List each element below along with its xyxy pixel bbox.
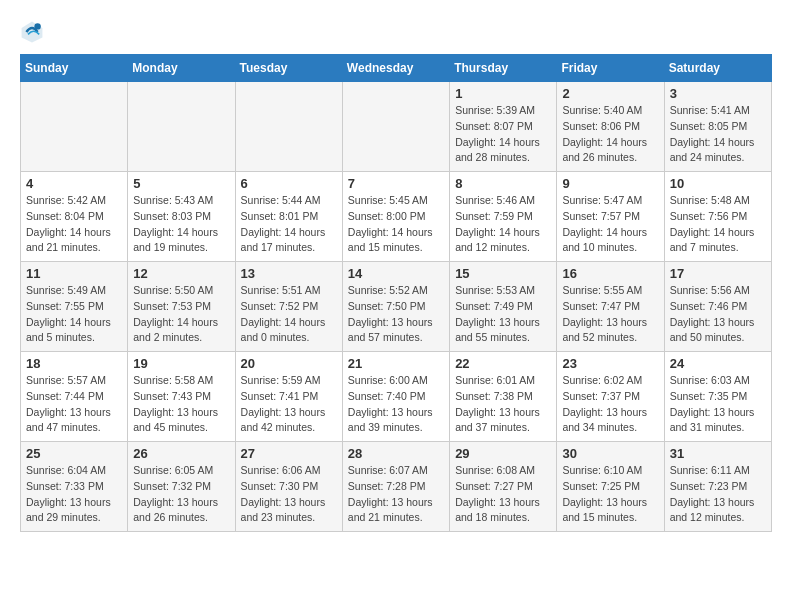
day-number: 22 (455, 356, 551, 371)
calendar-day-cell: 14Sunrise: 5:52 AMSunset: 7:50 PMDayligh… (342, 262, 449, 352)
empty-day-cell (342, 82, 449, 172)
empty-day-cell (235, 82, 342, 172)
weekday-header-friday: Friday (557, 55, 664, 82)
day-info: Sunrise: 6:06 AMSunset: 7:30 PMDaylight:… (241, 463, 337, 526)
weekday-header-tuesday: Tuesday (235, 55, 342, 82)
calendar-day-cell: 3Sunrise: 5:41 AMSunset: 8:05 PMDaylight… (664, 82, 771, 172)
calendar-day-cell: 2Sunrise: 5:40 AMSunset: 8:06 PMDaylight… (557, 82, 664, 172)
weekday-header-monday: Monday (128, 55, 235, 82)
day-info: Sunrise: 5:45 AMSunset: 8:00 PMDaylight:… (348, 193, 444, 256)
empty-day-cell (21, 82, 128, 172)
calendar-day-cell: 10Sunrise: 5:48 AMSunset: 7:56 PMDayligh… (664, 172, 771, 262)
calendar-day-cell: 24Sunrise: 6:03 AMSunset: 7:35 PMDayligh… (664, 352, 771, 442)
day-info: Sunrise: 5:52 AMSunset: 7:50 PMDaylight:… (348, 283, 444, 346)
day-number: 19 (133, 356, 229, 371)
day-info: Sunrise: 6:10 AMSunset: 7:25 PMDaylight:… (562, 463, 658, 526)
day-info: Sunrise: 5:46 AMSunset: 7:59 PMDaylight:… (455, 193, 551, 256)
calendar-week-row: 25Sunrise: 6:04 AMSunset: 7:33 PMDayligh… (21, 442, 772, 532)
day-info: Sunrise: 6:03 AMSunset: 7:35 PMDaylight:… (670, 373, 766, 436)
day-info: Sunrise: 6:11 AMSunset: 7:23 PMDaylight:… (670, 463, 766, 526)
calendar-day-cell: 18Sunrise: 5:57 AMSunset: 7:44 PMDayligh… (21, 352, 128, 442)
day-info: Sunrise: 6:07 AMSunset: 7:28 PMDaylight:… (348, 463, 444, 526)
day-info: Sunrise: 5:49 AMSunset: 7:55 PMDaylight:… (26, 283, 122, 346)
calendar-day-cell: 20Sunrise: 5:59 AMSunset: 7:41 PMDayligh… (235, 352, 342, 442)
day-info: Sunrise: 5:39 AMSunset: 8:07 PMDaylight:… (455, 103, 551, 166)
calendar-day-cell: 13Sunrise: 5:51 AMSunset: 7:52 PMDayligh… (235, 262, 342, 352)
calendar-week-row: 1Sunrise: 5:39 AMSunset: 8:07 PMDaylight… (21, 82, 772, 172)
day-number: 18 (26, 356, 122, 371)
calendar-day-cell: 19Sunrise: 5:58 AMSunset: 7:43 PMDayligh… (128, 352, 235, 442)
day-info: Sunrise: 5:47 AMSunset: 7:57 PMDaylight:… (562, 193, 658, 256)
calendar-day-cell: 23Sunrise: 6:02 AMSunset: 7:37 PMDayligh… (557, 352, 664, 442)
day-number: 3 (670, 86, 766, 101)
logo (20, 20, 48, 44)
calendar-day-cell: 5Sunrise: 5:43 AMSunset: 8:03 PMDaylight… (128, 172, 235, 262)
day-number: 2 (562, 86, 658, 101)
calendar-day-cell: 9Sunrise: 5:47 AMSunset: 7:57 PMDaylight… (557, 172, 664, 262)
day-number: 21 (348, 356, 444, 371)
calendar-week-row: 4Sunrise: 5:42 AMSunset: 8:04 PMDaylight… (21, 172, 772, 262)
calendar-day-cell: 15Sunrise: 5:53 AMSunset: 7:49 PMDayligh… (450, 262, 557, 352)
day-number: 30 (562, 446, 658, 461)
weekday-header-sunday: Sunday (21, 55, 128, 82)
calendar-day-cell: 28Sunrise: 6:07 AMSunset: 7:28 PMDayligh… (342, 442, 449, 532)
calendar-day-cell: 31Sunrise: 6:11 AMSunset: 7:23 PMDayligh… (664, 442, 771, 532)
day-info: Sunrise: 5:55 AMSunset: 7:47 PMDaylight:… (562, 283, 658, 346)
calendar-day-cell: 1Sunrise: 5:39 AMSunset: 8:07 PMDaylight… (450, 82, 557, 172)
day-info: Sunrise: 5:57 AMSunset: 7:44 PMDaylight:… (26, 373, 122, 436)
day-info: Sunrise: 5:43 AMSunset: 8:03 PMDaylight:… (133, 193, 229, 256)
calendar-day-cell: 11Sunrise: 5:49 AMSunset: 7:55 PMDayligh… (21, 262, 128, 352)
calendar-day-cell: 6Sunrise: 5:44 AMSunset: 8:01 PMDaylight… (235, 172, 342, 262)
day-number: 15 (455, 266, 551, 281)
day-number: 28 (348, 446, 444, 461)
day-number: 24 (670, 356, 766, 371)
day-info: Sunrise: 5:40 AMSunset: 8:06 PMDaylight:… (562, 103, 658, 166)
day-number: 4 (26, 176, 122, 191)
day-info: Sunrise: 6:01 AMSunset: 7:38 PMDaylight:… (455, 373, 551, 436)
logo-icon (20, 20, 44, 44)
day-info: Sunrise: 5:51 AMSunset: 7:52 PMDaylight:… (241, 283, 337, 346)
weekday-header-wednesday: Wednesday (342, 55, 449, 82)
day-number: 29 (455, 446, 551, 461)
day-number: 11 (26, 266, 122, 281)
day-number: 14 (348, 266, 444, 281)
day-number: 25 (26, 446, 122, 461)
day-info: Sunrise: 6:05 AMSunset: 7:32 PMDaylight:… (133, 463, 229, 526)
weekday-header-saturday: Saturday (664, 55, 771, 82)
day-number: 5 (133, 176, 229, 191)
weekday-header-row: SundayMondayTuesdayWednesdayThursdayFrid… (21, 55, 772, 82)
empty-day-cell (128, 82, 235, 172)
day-number: 12 (133, 266, 229, 281)
day-number: 6 (241, 176, 337, 191)
weekday-header-thursday: Thursday (450, 55, 557, 82)
day-info: Sunrise: 5:59 AMSunset: 7:41 PMDaylight:… (241, 373, 337, 436)
calendar-day-cell: 29Sunrise: 6:08 AMSunset: 7:27 PMDayligh… (450, 442, 557, 532)
page-header (20, 20, 772, 44)
day-number: 7 (348, 176, 444, 191)
calendar-day-cell: 7Sunrise: 5:45 AMSunset: 8:00 PMDaylight… (342, 172, 449, 262)
calendar-day-cell: 30Sunrise: 6:10 AMSunset: 7:25 PMDayligh… (557, 442, 664, 532)
calendar-day-cell: 21Sunrise: 6:00 AMSunset: 7:40 PMDayligh… (342, 352, 449, 442)
day-info: Sunrise: 5:41 AMSunset: 8:05 PMDaylight:… (670, 103, 766, 166)
day-number: 17 (670, 266, 766, 281)
day-number: 10 (670, 176, 766, 191)
day-info: Sunrise: 6:00 AMSunset: 7:40 PMDaylight:… (348, 373, 444, 436)
day-number: 9 (562, 176, 658, 191)
day-info: Sunrise: 5:48 AMSunset: 7:56 PMDaylight:… (670, 193, 766, 256)
day-number: 1 (455, 86, 551, 101)
calendar-day-cell: 12Sunrise: 5:50 AMSunset: 7:53 PMDayligh… (128, 262, 235, 352)
calendar-day-cell: 16Sunrise: 5:55 AMSunset: 7:47 PMDayligh… (557, 262, 664, 352)
day-info: Sunrise: 5:58 AMSunset: 7:43 PMDaylight:… (133, 373, 229, 436)
day-info: Sunrise: 5:53 AMSunset: 7:49 PMDaylight:… (455, 283, 551, 346)
day-number: 31 (670, 446, 766, 461)
day-info: Sunrise: 5:50 AMSunset: 7:53 PMDaylight:… (133, 283, 229, 346)
day-info: Sunrise: 5:56 AMSunset: 7:46 PMDaylight:… (670, 283, 766, 346)
day-info: Sunrise: 6:08 AMSunset: 7:27 PMDaylight:… (455, 463, 551, 526)
day-info: Sunrise: 6:04 AMSunset: 7:33 PMDaylight:… (26, 463, 122, 526)
calendar-table: SundayMondayTuesdayWednesdayThursdayFrid… (20, 54, 772, 532)
svg-point-1 (34, 23, 40, 29)
calendar-week-row: 18Sunrise: 5:57 AMSunset: 7:44 PMDayligh… (21, 352, 772, 442)
calendar-day-cell: 8Sunrise: 5:46 AMSunset: 7:59 PMDaylight… (450, 172, 557, 262)
day-info: Sunrise: 5:42 AMSunset: 8:04 PMDaylight:… (26, 193, 122, 256)
calendar-day-cell: 4Sunrise: 5:42 AMSunset: 8:04 PMDaylight… (21, 172, 128, 262)
